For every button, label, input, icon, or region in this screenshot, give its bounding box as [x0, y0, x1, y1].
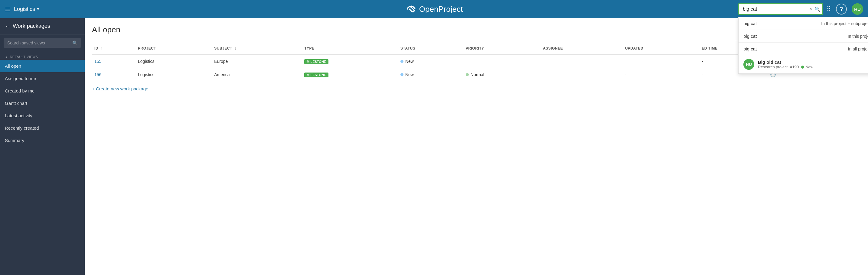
sidebar-title: Work packages	[13, 23, 50, 29]
row-1-type: MILESTONE	[302, 68, 398, 81]
openproject-logo-text: OpenProject	[419, 4, 463, 14]
section-toggle-icon[interactable]: ▲	[5, 55, 8, 59]
search-dropdown: big cat In this project + subprojects ↵ …	[738, 17, 868, 74]
project-name[interactable]: Logistics ▼	[14, 6, 40, 12]
sort-icon-id: ↑	[101, 46, 103, 50]
row-0-priority	[463, 55, 540, 68]
sidebar-item-assigned-to-me[interactable]: Assigned to me	[0, 72, 85, 84]
result-status-0: New	[801, 65, 813, 69]
row-0-milestone-badge: MILESTONE	[304, 59, 329, 64]
result-info-0: Big old cat Research project #190 New	[758, 60, 813, 69]
row-1-project: Logistics	[135, 68, 212, 81]
row-1-priority: Normal	[463, 68, 540, 81]
help-button[interactable]: ?	[836, 4, 847, 14]
th-id[interactable]: ID ↑	[92, 43, 135, 55]
sidebar-search-input[interactable]	[7, 40, 70, 45]
openproject-logo-icon	[405, 5, 416, 13]
sidebar-item-created-by-me[interactable]: Created by me	[0, 84, 85, 97]
sidebar-search-icon: 🔍	[72, 40, 78, 45]
th-status[interactable]: STATUS	[398, 43, 463, 55]
sidebar-section-label: ▲ DEFAULT VIEWS	[0, 51, 85, 60]
th-updated[interactable]: UPDATED	[623, 43, 700, 55]
row-1-assignee	[540, 68, 623, 81]
search-result-0[interactable]: HU Big old cat Research project #190 New	[739, 55, 868, 73]
project-dropdown-icon: ▼	[36, 7, 40, 11]
row-0-project: Logistics	[135, 55, 212, 68]
row-0-status-dot	[400, 60, 403, 63]
main-layout: ← Work packages 🔍 ▲ DEFAULT VIEWS All op…	[0, 18, 868, 275]
search-option-2[interactable]: big cat In all projects ↵	[739, 43, 868, 55]
search-submit-icon[interactable]: 🔍	[814, 6, 820, 12]
user-avatar[interactable]: HU	[852, 3, 863, 15]
topbar-right: × 🔍 big cat In this project + subproject…	[738, 3, 863, 15]
topbar-left: ☰ Logistics ▼	[5, 5, 40, 13]
topbar: ☰ Logistics ▼ OpenProject × 🔍 big cat In…	[0, 0, 868, 18]
sidebar-item-summary[interactable]: Summary	[0, 134, 85, 146]
row-1-milestone-badge: MILESTONE	[304, 72, 329, 77]
row-0-updated	[623, 55, 700, 68]
result-meta-0: Research project #190 New	[758, 65, 813, 69]
row-1-status: New	[398, 68, 463, 81]
create-work-package-link[interactable]: + Create new work package	[92, 81, 148, 94]
search-option-1[interactable]: big cat In this project ↵	[739, 30, 868, 43]
row-0-status: New	[398, 55, 463, 68]
result-title-0: Big old cat	[758, 60, 813, 65]
row-1-id-link[interactable]: 156	[94, 72, 101, 77]
row-1-priority-dot	[466, 73, 469, 76]
row-1-updated: -	[623, 68, 700, 81]
page-title: All open	[92, 25, 120, 34]
th-subject[interactable]: SUBJECT ↕	[212, 43, 302, 55]
search-clear-icon[interactable]: ×	[809, 6, 812, 12]
row-0-assignee	[540, 55, 623, 68]
row-0-subject: Europe	[212, 55, 302, 68]
sidebar-item-recently-created[interactable]: Recently created	[0, 122, 85, 134]
sort-icon-subject: ↕	[235, 46, 237, 50]
row-1-subject: America	[212, 68, 302, 81]
sidebar-back-arrow[interactable]: ←	[5, 23, 10, 29]
th-project[interactable]: PROJECT	[135, 43, 212, 55]
row-0-type: MILESTONE	[302, 55, 398, 68]
sidebar-search[interactable]: 🔍	[4, 38, 81, 48]
row-1-status-dot	[400, 73, 403, 76]
result-avatar-0: HU	[743, 59, 754, 70]
hamburger-icon[interactable]: ☰	[5, 5, 10, 13]
sidebar: ← Work packages 🔍 ▲ DEFAULT VIEWS All op…	[0, 18, 85, 275]
topbar-icons: ⠿ ? HU	[827, 3, 863, 15]
status-dot-0	[801, 66, 804, 69]
th-assignee[interactable]: ASSIGNEE	[540, 43, 623, 55]
search-option-0[interactable]: big cat In this project + subprojects ↵	[739, 17, 868, 30]
sidebar-item-all-open[interactable]: All open	[0, 60, 85, 72]
sidebar-header: ← Work packages	[0, 18, 85, 34]
topbar-center: OpenProject	[405, 4, 463, 14]
grid-icon[interactable]: ⠿	[827, 5, 831, 13]
th-type[interactable]: TYPE	[302, 43, 398, 55]
row-0-id-link[interactable]: 155	[94, 59, 101, 64]
th-priority[interactable]: PRIORITY	[463, 43, 540, 55]
sidebar-item-latest-activity[interactable]: Latest activity	[0, 109, 85, 122]
sidebar-item-gantt-chart[interactable]: Gantt chart	[0, 97, 85, 109]
global-search-wrapper: × 🔍 big cat In this project + subproject…	[738, 3, 823, 15]
